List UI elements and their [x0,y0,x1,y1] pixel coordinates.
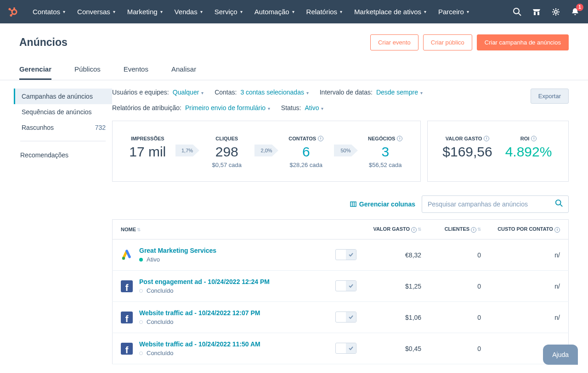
toggle-on[interactable] [346,281,356,291]
th-clients[interactable]: CLIENTES i⇅ [430,220,489,239]
create-campaign-button[interactable]: Criar campanha de anúncios [477,34,569,50]
tab[interactable]: Eventos [124,60,148,80]
th-name[interactable]: NOME⇅ [113,220,365,239]
filter-attribution-value[interactable]: Primeiro envio de formulário [185,104,270,111]
funnel-pct-3: 50% [340,148,351,153]
roi-card: VALOR GASTOi $169,56 ROIi 4.892% [427,121,569,182]
info-icon[interactable]: i [471,227,476,233]
nav-item[interactable]: Parceiro [432,0,475,23]
info-icon[interactable]: i [411,227,417,233]
marketplace-icon[interactable] [531,6,542,17]
table-row: Great Marketing ServicesAtivo€8,320n/ [113,239,569,271]
stats-panel: IMPRESSÕES 17 mil 1,7% CLIQUES 298 $0,57… [112,121,569,182]
filter-users-value[interactable]: Qualquer [173,89,204,96]
sidebar-item-label: Campanhas de anúncios [22,93,93,100]
stat-impressions-value: 17 mil [122,144,174,160]
notification-badge: 1 [576,4,583,11]
toggle-off[interactable] [336,312,346,322]
sidebar-item[interactable]: Sequências de anúncios [14,104,112,120]
search-icon[interactable] [512,6,523,17]
sort-icon: ⇅ [418,227,421,232]
status-toggle[interactable] [335,312,356,323]
info-icon[interactable]: i [397,136,402,141]
hubspot-logo[interactable] [7,6,18,17]
funnel-arrow: 1,7% [174,137,201,164]
toggle-on[interactable] [346,250,356,260]
campaign-title[interactable]: Website traffic ad - 10/24/2022 11:50 AM [139,340,260,348]
filters: Usuários e equipes:Qualquer Contas:3 con… [112,89,526,111]
stat-contacts-label: CONTATOSi [288,136,323,141]
settings-icon[interactable] [550,6,561,17]
search-icon[interactable] [555,199,563,209]
create-event-button[interactable]: Criar evento [370,34,418,50]
toggle-off[interactable] [336,343,346,353]
toggle-off[interactable] [336,250,346,260]
tab[interactable]: Públicos [74,60,101,80]
status-toggle[interactable] [335,280,356,291]
search-input[interactable] [422,195,569,213]
toggle-off[interactable] [336,281,346,291]
sidebar-item-label: Sequências de anúncios [22,108,92,116]
stat-clicks: CLIQUES 298 $0,57 cada [201,134,253,168]
th-cpc[interactable]: CUSTO POR CONTATO i [489,220,568,239]
funnel-arrow: 2,0% [253,137,280,164]
facebook-icon: f [121,343,133,355]
filter-daterange-value[interactable]: Desde sempre [376,89,423,96]
nav-item[interactable]: Vendas [169,0,209,23]
sidebar-recommendations[interactable]: Recomendações [14,147,112,163]
page-header: Anúncios Criar evento Criar público Cria… [0,23,588,60]
create-audience-button[interactable]: Criar público [423,34,472,50]
toggle-on[interactable] [346,343,356,353]
cell-spent: $0,45 [365,333,430,364]
cell-spent: €8,32 [365,239,430,271]
status-text: Ativo [147,256,160,263]
svg-point-6 [11,15,12,16]
campaign-status: Concluído [139,287,270,294]
info-icon[interactable]: i [318,136,323,141]
stat-clicks-sub: $0,57 cada [201,161,253,168]
stat-spent: VALOR GASTOi $169,56 [437,134,498,160]
manage-columns-button[interactable]: Gerenciar colunas [350,200,415,208]
campaign-title[interactable]: Post engagement ad - 10/24/2022 12:24 PM [139,278,270,285]
nav-item[interactable]: Marketplace de ativos [348,0,432,23]
nav-item[interactable]: Conversas [71,0,121,23]
campaign-title[interactable]: Website traffic ad - 10/24/2022 12:07 PM [139,309,260,317]
sidebar-item[interactable]: Rascunhos732 [14,120,112,135]
status-dot [139,320,143,324]
tab[interactable]: Gerenciar [19,60,51,80]
th-spent[interactable]: VALOR GASTO i⇅ [365,220,430,239]
toggle-on[interactable] [346,312,356,322]
svg-point-17 [122,256,125,259]
info-icon[interactable]: i [484,136,489,141]
status-toggle[interactable] [335,249,356,260]
nav-item[interactable]: Marketing [121,0,169,23]
nav-item[interactable]: Automação [249,0,300,23]
stat-clicks-value: 298 [201,144,253,160]
info-icon[interactable]: i [531,136,537,141]
stat-roi: ROIi 4.892% [498,134,559,160]
nav-item[interactable]: Serviço [209,0,249,23]
filter-accounts-value[interactable]: 3 contas selecionadas [240,89,308,96]
table-row: fPost engagement ad - 10/24/2022 12:24 P… [113,271,569,302]
cell-cpc: n/ [489,271,568,302]
stat-deals-label: NEGÓCIOSi [368,136,402,141]
campaign-title[interactable]: Great Marketing Services [139,247,216,254]
nav-item[interactable]: Relatórios [300,0,349,23]
nav-item[interactable]: Contatos [27,0,71,23]
info-icon[interactable]: i [554,227,560,233]
sidebar-item[interactable]: Campanhas de anúncios [14,89,112,104]
svg-point-7 [514,8,519,14]
stat-contacts-value: 6 [280,144,332,160]
cell-clients: 0 [430,333,489,364]
help-button[interactable]: Ajuda [543,345,578,364]
filter-attribution-label: Relatórios de atribuição: [112,104,181,111]
notifications-icon[interactable]: 1 [570,6,581,17]
tab[interactable]: Analisar [171,60,196,80]
nav-utility-icons: 1 [512,6,581,17]
facebook-icon: f [121,280,133,292]
stat-clicks-label: CLIQUES [215,136,238,141]
filter-status-value[interactable]: Ativo [305,104,323,111]
status-toggle[interactable] [335,343,356,354]
page-title: Anúncios [19,36,370,49]
export-button[interactable]: Exportar [531,89,569,104]
